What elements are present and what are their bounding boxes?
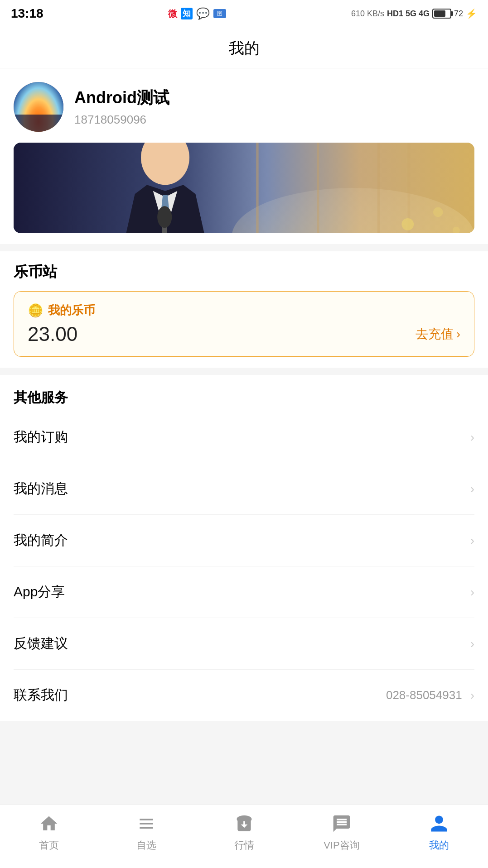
home-svg bbox=[39, 814, 59, 834]
menu-item-profile[interactable]: 我的简介 › bbox=[14, 515, 474, 566]
chevron-contact-icon: › bbox=[470, 688, 474, 703]
contact-phone: 028-85054931 bbox=[386, 688, 462, 702]
nav-label-vip: VIP咨询 bbox=[324, 839, 359, 852]
svg-point-10 bbox=[433, 207, 443, 217]
banner-section bbox=[0, 143, 488, 244]
menu-item-share[interactable]: App分享 › bbox=[14, 566, 474, 618]
menu-label-profile: 我的简介 bbox=[14, 531, 68, 550]
recharge-chevron-icon: › bbox=[456, 327, 460, 341]
status-right: 610 KB/s HD1 5G 4G 72 ⚡ bbox=[351, 8, 477, 19]
nav-item-vip[interactable]: VIP咨询 bbox=[293, 812, 390, 852]
chevron-messages-icon: › bbox=[470, 482, 474, 496]
chevron-share-icon: › bbox=[470, 585, 474, 599]
status-time: 13:18 bbox=[11, 6, 43, 21]
profile-phone: 18718059096 bbox=[74, 113, 474, 127]
svg-point-4 bbox=[157, 206, 172, 228]
coin-icon: 🪙 bbox=[28, 303, 43, 318]
menu-label-contact: 联系我们 bbox=[14, 686, 68, 705]
weibo-icon: 微 bbox=[168, 8, 177, 20]
menu-item-contact[interactable]: 联系我们 028-85054931 › bbox=[14, 670, 474, 721]
svg-rect-6 bbox=[317, 143, 319, 233]
menu-label-subscription: 我的订购 bbox=[14, 428, 68, 446]
zhihu-icon: 知 bbox=[181, 8, 193, 19]
svg-rect-7 bbox=[377, 143, 380, 233]
profile-name: Android测试 bbox=[74, 87, 474, 109]
recharge-label: 去充值 bbox=[416, 326, 454, 343]
profile-info: Android测试 18718059096 bbox=[74, 87, 474, 127]
coin-row: 23.00 去充值 › bbox=[28, 323, 460, 345]
bottom-nav: 首页 自选 行情 VIP咨询 我的 bbox=[0, 805, 488, 868]
network-speed: 610 KB/s bbox=[351, 9, 384, 19]
battery-percentage: 72 bbox=[454, 9, 463, 19]
nav-label-watchlist: 自选 bbox=[136, 839, 156, 852]
chevron-subscription-icon: › bbox=[470, 430, 474, 445]
menu-item-feedback[interactable]: 反馈建议 › bbox=[14, 618, 474, 670]
coin-section: 乐币站 🪙 我的乐币 23.00 去充值 › bbox=[0, 251, 488, 368]
nav-item-mine[interactable]: 我的 bbox=[391, 812, 488, 852]
home-icon bbox=[38, 812, 60, 835]
market-icon bbox=[233, 812, 256, 835]
coin-amount: 23.00 bbox=[28, 323, 77, 345]
profile-section: Android测试 18718059096 bbox=[0, 68, 488, 143]
app-icon: 图 bbox=[213, 9, 226, 18]
recharge-button[interactable]: 去充值 › bbox=[416, 326, 460, 343]
services-section: 其他服务 我的订购 › 我的消息 › 我的简介 › App分享 › 反馈建议 ›… bbox=[0, 375, 488, 721]
carrier-info: HD1 5G 4G bbox=[387, 9, 430, 19]
vip-icon bbox=[330, 812, 353, 835]
coin-label: 我的乐币 bbox=[48, 302, 95, 318]
star-icon bbox=[135, 812, 158, 835]
menu-label-share: App分享 bbox=[14, 583, 65, 601]
message-bubble-icon: 💬 bbox=[196, 7, 210, 20]
status-icons: 微 知 💬 图 bbox=[168, 7, 226, 20]
vip-svg bbox=[332, 814, 352, 834]
charging-icon: ⚡ bbox=[466, 8, 477, 19]
status-bar: 13:18 微 知 💬 图 610 KB/s HD1 5G 4G 72 ⚡ bbox=[0, 0, 488, 27]
nav-item-home[interactable]: 首页 bbox=[0, 812, 97, 852]
chevron-feedback-icon: › bbox=[470, 637, 474, 651]
user-icon bbox=[428, 812, 450, 835]
nav-label-home: 首页 bbox=[39, 839, 59, 852]
page-header: 我的 bbox=[0, 27, 488, 68]
battery-icon bbox=[432, 9, 451, 19]
nav-item-watchlist[interactable]: 自选 bbox=[97, 812, 195, 852]
nav-label-mine: 我的 bbox=[429, 839, 449, 852]
menu-item-subscription[interactable]: 我的订购 › bbox=[14, 412, 474, 463]
banner-image[interactable] bbox=[14, 143, 474, 233]
coin-card: 🪙 我的乐币 23.00 去充值 › bbox=[14, 291, 474, 357]
services-title: 其他服务 bbox=[14, 388, 474, 407]
coin-section-title: 乐币站 bbox=[14, 262, 474, 282]
page-title: 我的 bbox=[229, 39, 260, 57]
menu-label-messages: 我的消息 bbox=[14, 480, 68, 498]
user-svg bbox=[429, 814, 449, 834]
avatar[interactable] bbox=[14, 82, 63, 132]
menu-item-messages[interactable]: 我的消息 › bbox=[14, 463, 474, 515]
market-svg bbox=[234, 814, 254, 834]
nav-label-market: 行情 bbox=[234, 839, 254, 852]
chevron-profile-icon: › bbox=[470, 533, 474, 548]
svg-point-9 bbox=[401, 218, 414, 230]
menu-label-feedback: 反馈建议 bbox=[14, 634, 68, 653]
banner-svg bbox=[14, 143, 474, 233]
nav-item-market[interactable]: 行情 bbox=[195, 812, 293, 852]
svg-rect-5 bbox=[256, 143, 258, 233]
coin-label-row: 🪙 我的乐币 bbox=[28, 302, 460, 318]
star-svg bbox=[136, 814, 156, 834]
